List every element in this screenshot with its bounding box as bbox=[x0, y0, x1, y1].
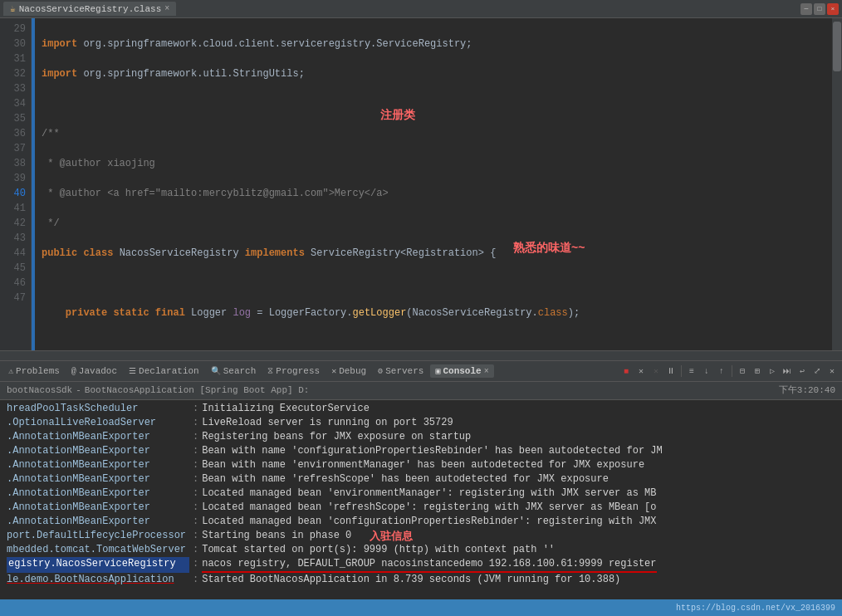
window-controls: ─ □ × bbox=[800, 3, 839, 15]
expand-button[interactable]: ⊞ bbox=[751, 364, 764, 378]
console-msg-13: Started BootNacosApplication in 8.739 se… bbox=[202, 573, 620, 587]
console-msg-6: Bean with name 'refreshScope' has been a… bbox=[202, 472, 609, 486]
file-icon: ☕ bbox=[10, 3, 16, 14]
vertical-scrollbar[interactable] bbox=[832, 18, 842, 350]
console-app-name: bootNacosSdk bbox=[7, 384, 72, 398]
horizontal-scrollbar[interactable] bbox=[0, 350, 842, 360]
tab-progress[interactable]: ⧖ Progress bbox=[262, 364, 325, 378]
annotation-zhuce: 注册类 bbox=[380, 108, 415, 123]
console-line-5: .AnnotationMBeanExporter : Bean with nam… bbox=[7, 458, 835, 472]
tab-javadoc-label: Javadoc bbox=[79, 366, 117, 376]
console-class-10: port.DefaultLifecycleProcessor bbox=[7, 529, 189, 543]
pause-button[interactable]: ⏸ bbox=[664, 364, 678, 378]
editor-section: 29 30 31 32 33 34 35 36 37 38 39 40 41 4… bbox=[0, 18, 842, 360]
declaration-icon: ☰ bbox=[129, 366, 136, 376]
console-line-10: port.DefaultLifecycleProcessor : Startin… bbox=[7, 529, 835, 543]
tab-search-label: Search bbox=[223, 366, 257, 376]
console-msg-7: Located managed bean 'environmentManager… bbox=[202, 486, 656, 501]
console-msg-3: Registering beans for JMX exposure on st… bbox=[202, 430, 471, 444]
annotation-ruzhu: 入驻信息 bbox=[370, 529, 413, 543]
console-class-4: .AnnotationMBeanExporter bbox=[7, 444, 189, 458]
tab-servers[interactable]: ⚙ Servers bbox=[373, 364, 428, 378]
line-numbers: 29 30 31 32 33 34 35 36 37 38 39 40 41 4… bbox=[0, 18, 32, 350]
close-tab-button[interactable]: × bbox=[164, 4, 169, 13]
console-msg-1: Initializing ExecutorService bbox=[202, 402, 370, 416]
console-class-7: .AnnotationMBeanExporter bbox=[7, 486, 189, 501]
search-icon: 🔍 bbox=[211, 366, 221, 376]
console-line-1: hreadPoolTaskScheduler : Initializing Ex… bbox=[7, 402, 835, 416]
console-class-1: hreadPoolTaskScheduler bbox=[7, 402, 189, 416]
console-time: 下午3:20:40 bbox=[779, 384, 835, 398]
console-line-12: egistry.NacosServiceRegistry : nacos reg… bbox=[7, 557, 835, 573]
console-header: bootNacosSdk - BootNacosApplication [Spr… bbox=[0, 382, 842, 400]
console-icon: ▣ bbox=[435, 366, 440, 376]
run-button[interactable]: ▷ bbox=[766, 364, 779, 378]
scroll-up-button[interactable]: ↑ bbox=[715, 364, 728, 378]
console-line-6: .AnnotationMBeanExporter : Bean with nam… bbox=[7, 472, 835, 486]
console-msg-9: Located managed bean 'configurationPrope… bbox=[202, 515, 656, 529]
console-body: hreadPoolTaskScheduler : Initializing Ex… bbox=[0, 400, 842, 599]
step-button[interactable]: ⏭ bbox=[781, 364, 794, 378]
terminate-button[interactable]: ✕ bbox=[634, 364, 648, 378]
console-msg-5: Bean with name 'environmentManager' has … bbox=[202, 458, 644, 472]
scroll-down-button[interactable]: ↓ bbox=[700, 364, 713, 378]
console-class-9: .AnnotationMBeanExporter bbox=[7, 515, 189, 529]
tab-label: NacosServiceRegistry.class bbox=[19, 4, 162, 14]
collapse-button[interactable]: ⊟ bbox=[736, 364, 749, 378]
console-line-13: le.demo.BootNacosApplication : Started B… bbox=[7, 573, 835, 587]
console-msg-2: LiveReload server is running on port 357… bbox=[202, 416, 453, 430]
scroll-lock-button[interactable]: ≡ bbox=[685, 364, 698, 378]
console-class-3: .AnnotationMBeanExporter bbox=[7, 430, 189, 444]
console-msg-11: Tomcat started on port(s): 9999 (http) w… bbox=[202, 543, 555, 557]
console-class-11: mbedded.tomcat.TomcatWebServer bbox=[7, 543, 189, 557]
debug-icon: ✕ bbox=[331, 366, 336, 376]
console-area[interactable]: bootNacosSdk - BootNacosApplication [Spr… bbox=[0, 382, 842, 599]
tab-declaration-label: Declaration bbox=[139, 366, 199, 376]
code-editor: 29 30 31 32 33 34 35 36 37 38 39 40 41 4… bbox=[0, 18, 842, 350]
console-line-11: mbedded.tomcat.TomcatWebServer : Tomcat … bbox=[7, 543, 835, 557]
console-toolbar: ■ ✕ ✕ ⏸ ≡ ↓ ↑ ⊟ ⊞ ▷ ⏭ ↩ ⤢ ✕ bbox=[619, 364, 839, 378]
external-button[interactable]: ⤢ bbox=[810, 364, 824, 378]
back-button[interactable]: ↩ bbox=[795, 364, 809, 378]
maximize-button[interactable]: □ bbox=[814, 3, 825, 15]
console-msg-12: nacos registry, DEFAULT_GROUP nacosinsta… bbox=[202, 557, 656, 573]
tab-problems[interactable]: ⚠ Problems bbox=[3, 364, 65, 378]
servers-icon: ⚙ bbox=[378, 366, 383, 376]
status-url: https://blog.csdn.net/vx_2016399 bbox=[676, 604, 835, 613]
tab-console[interactable]: ▣ Console × bbox=[430, 364, 493, 378]
editor-tab[interactable]: ☕ NacosServiceRegistry.class × bbox=[3, 2, 176, 16]
tab-servers-label: Servers bbox=[385, 366, 423, 376]
divider1 bbox=[681, 365, 682, 377]
code-content[interactable]: import org.springframework.cloud.client.… bbox=[35, 18, 832, 350]
status-bar: https://blog.csdn.net/vx_2016399 bbox=[0, 599, 842, 616]
tab-problems-label: Problems bbox=[16, 366, 60, 376]
tab-progress-label: Progress bbox=[276, 366, 320, 376]
console-class-13: le.demo.BootNacosApplication bbox=[7, 573, 189, 587]
divider2 bbox=[732, 365, 732, 377]
title-bar: ☕ NacosServiceRegistry.class × ─ □ × bbox=[0, 0, 842, 18]
stop-button[interactable]: ■ bbox=[619, 364, 633, 378]
bottom-tab-bar: ⚠ Problems @ Javadoc ☰ Declaration 🔍 Sea… bbox=[0, 360, 842, 382]
tab-declaration[interactable]: ☰ Declaration bbox=[124, 364, 204, 378]
scroll-thumb[interactable] bbox=[833, 22, 841, 71]
console-line-9: .AnnotationMBeanExporter : Located manag… bbox=[7, 515, 835, 529]
console-line-3: .AnnotationMBeanExporter : Registering b… bbox=[7, 430, 835, 444]
problems-icon: ⚠ bbox=[8, 366, 13, 376]
console-class-12-highlight: egistry.NacosServiceRegistry bbox=[7, 557, 189, 573]
tab-search[interactable]: 🔍 Search bbox=[206, 364, 262, 378]
console-close-icon[interactable]: × bbox=[484, 367, 489, 376]
minimize-button[interactable]: ─ bbox=[800, 3, 812, 15]
progress-icon: ⧖ bbox=[267, 367, 273, 376]
tab-debug[interactable]: ✕ Debug bbox=[326, 364, 371, 378]
remove-button[interactable]: ✕ bbox=[649, 364, 663, 378]
javadoc-icon: @ bbox=[71, 367, 76, 376]
console-line-2: .OptionalLiveReloadServer : LiveReload s… bbox=[7, 416, 835, 430]
tab-javadoc[interactable]: @ Javadoc bbox=[66, 364, 122, 378]
close-console-button[interactable]: ✕ bbox=[825, 364, 839, 378]
console-class-2: .OptionalLiveReloadServer bbox=[7, 416, 189, 430]
console-msg-10: Starting beans in phase 0 bbox=[202, 529, 370, 543]
console-class-5: .AnnotationMBeanExporter bbox=[7, 458, 189, 472]
tab-console-label: Console bbox=[443, 366, 481, 376]
console-header-sep: - bbox=[76, 384, 81, 398]
close-button[interactable]: × bbox=[827, 3, 839, 15]
